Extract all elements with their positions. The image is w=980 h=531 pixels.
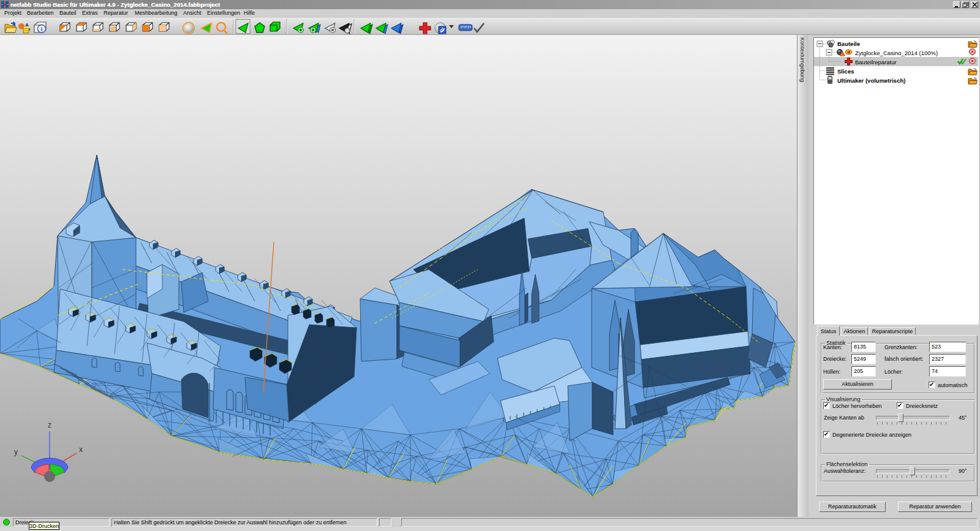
svg-text:!: ! — [842, 52, 843, 56]
svg-text:y: y — [14, 448, 18, 456]
svg-text:Bauteile: Bauteile — [837, 40, 860, 47]
svg-text:Bauteilreparatur: Bauteilreparatur — [855, 59, 897, 66]
svg-text:Zytglocke_Casino_2014 (100%): Zytglocke_Casino_2014 (100%) — [855, 50, 938, 56]
svg-text:i: i — [41, 26, 43, 32]
svg-text:Slices: Slices — [837, 68, 854, 75]
svg-text:z: z — [48, 421, 51, 429]
svg-text:x: x — [79, 445, 83, 454]
svg-text:Ultimaker (volumetrisch): Ultimaker (volumetrisch) — [837, 77, 905, 84]
